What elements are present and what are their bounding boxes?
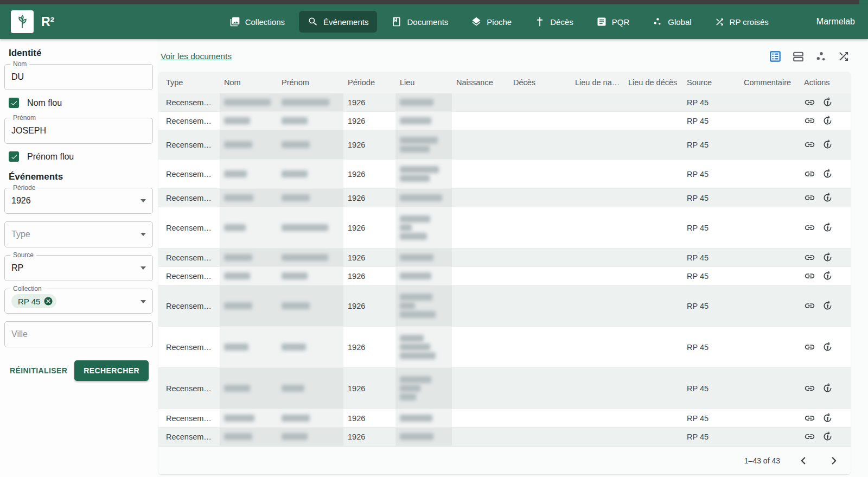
- nav-evenements[interactable]: Événements: [299, 11, 377, 33]
- nav-deces[interactable]: Décès: [526, 11, 582, 33]
- cell-nom: [220, 327, 277, 368]
- table-row[interactable]: Recensem… 1926 RP 45: [158, 112, 851, 130]
- type-select[interactable]: Type: [4, 221, 153, 247]
- link-icon[interactable]: [804, 139, 815, 150]
- ville-input[interactable]: [11, 329, 146, 339]
- rotate-person-icon[interactable]: [822, 252, 833, 263]
- chevron-right-icon[interactable]: [826, 453, 842, 469]
- col-lieu[interactable]: Lieu: [395, 72, 452, 93]
- nav-documents[interactable]: Documents: [382, 11, 457, 33]
- table-row[interactable]: Recensem… 1926 RP 45: [158, 267, 851, 285]
- col-commentaire[interactable]: Commentaire: [739, 72, 800, 93]
- nav-pioche[interactable]: Pioche: [462, 11, 520, 33]
- redacted-lieu-blob: [400, 335, 424, 342]
- col-nom[interactable]: Nom: [220, 72, 277, 93]
- table-row[interactable]: Recensem… 1926 RP 45: [158, 93, 851, 112]
- list-view-icon[interactable]: [768, 49, 782, 63]
- link-icon[interactable]: [804, 222, 815, 233]
- redacted-lieu-blob: [400, 137, 438, 144]
- table-row[interactable]: Recensem… 1926 RP 45: [158, 130, 851, 160]
- table-row[interactable]: Recensem… 1926 RP 45: [158, 160, 851, 189]
- rotate-person-icon[interactable]: [822, 115, 833, 126]
- link-icon[interactable]: [804, 97, 815, 108]
- redacted-nom-blob: [224, 254, 252, 261]
- shuffle-view-icon[interactable]: [837, 49, 851, 63]
- nav-rp-croises[interactable]: RP croisés: [706, 11, 777, 33]
- link-icon[interactable]: [804, 431, 815, 442]
- rotate-person-icon[interactable]: [822, 270, 833, 282]
- collection-select[interactable]: Collection RP 45: [4, 289, 153, 314]
- link-icon[interactable]: [804, 115, 815, 126]
- link-icon[interactable]: [804, 383, 815, 394]
- col-type[interactable]: Type: [158, 72, 220, 93]
- cell-lieu: [395, 130, 452, 160]
- col-lieu-naissance[interactable]: Lieu de nais…: [571, 72, 624, 93]
- nav-collections[interactable]: Collections: [221, 11, 293, 33]
- rotate-person-icon[interactable]: [822, 412, 833, 424]
- prenom-field[interactable]: Prénom JOSEPH: [4, 118, 153, 144]
- table-row[interactable]: Recensem… 1926 RP 45: [158, 207, 851, 249]
- view-documents-link[interactable]: Voir les documents: [161, 52, 232, 61]
- rotate-person-icon[interactable]: [822, 97, 833, 108]
- table-row[interactable]: Recensem… 1926 RP 45: [158, 409, 851, 428]
- nav-global[interactable]: Global: [643, 11, 700, 33]
- cell-naissance: [452, 327, 509, 368]
- cell-source: RP 45: [682, 112, 739, 130]
- link-icon[interactable]: [804, 412, 815, 424]
- nav-pqr[interactable]: PQR: [588, 11, 639, 33]
- cancel-circle-icon[interactable]: [43, 296, 53, 306]
- table-row[interactable]: Recensem… 1926 RP 45: [158, 428, 851, 446]
- split-view-icon[interactable]: [791, 49, 805, 63]
- table-row[interactable]: Recensem… 1926 RP 45: [158, 285, 851, 327]
- cell-lieu: [395, 160, 452, 189]
- link-icon[interactable]: [804, 300, 815, 311]
- nom-flou-checkbox[interactable]: [9, 98, 19, 108]
- search-button[interactable]: RECHERCHER: [74, 360, 149, 381]
- source-select[interactable]: Source RP: [4, 255, 153, 281]
- link-icon[interactable]: [804, 252, 815, 263]
- rotate-person-icon[interactable]: [822, 341, 833, 353]
- rotate-person-icon[interactable]: [822, 222, 833, 233]
- col-naissance[interactable]: Naissance: [452, 72, 509, 93]
- cell-source: RP 45: [682, 189, 739, 207]
- cell-type: Recensem…: [166, 170, 216, 179]
- prenom-flou-row: Prénom flou: [9, 151, 153, 162]
- rotate-person-icon[interactable]: [822, 139, 833, 150]
- rotate-person-icon[interactable]: [822, 383, 833, 394]
- prenom-flou-checkbox[interactable]: [9, 151, 19, 162]
- table-row[interactable]: Recensem… 1926 RP 45: [158, 249, 851, 267]
- col-periode[interactable]: Période: [343, 72, 395, 93]
- nom-field[interactable]: Nom DU: [4, 64, 153, 90]
- col-deces[interactable]: Décès: [509, 72, 571, 93]
- graph-view-icon[interactable]: [814, 49, 828, 63]
- rotate-person-icon[interactable]: [822, 431, 833, 442]
- reset-button[interactable]: RÉINITIALISER: [9, 362, 68, 379]
- collection-select-label: Collection: [10, 285, 44, 292]
- col-source[interactable]: Source: [682, 72, 739, 93]
- cell-nom: [220, 160, 277, 189]
- col-prenom[interactable]: Prénom: [277, 72, 343, 93]
- cell-lieu-deces: [624, 368, 682, 409]
- chevron-down-icon: [141, 233, 146, 236]
- user-name[interactable]: Marmelab: [816, 17, 855, 27]
- table-row[interactable]: Recensem… 1926 RP 45: [158, 189, 851, 207]
- redacted-prenom-blob: [282, 224, 328, 231]
- col-lieu-deces[interactable]: Lieu de décès: [624, 72, 682, 93]
- link-icon[interactable]: [804, 168, 815, 180]
- table-row[interactable]: Recensem… 1926 RP 45: [158, 368, 851, 409]
- link-icon[interactable]: [804, 270, 815, 282]
- collection-chip[interactable]: RP 45: [11, 294, 56, 308]
- rotate-person-icon[interactable]: [822, 300, 833, 311]
- rotate-person-icon[interactable]: [822, 168, 833, 180]
- ville-field[interactable]: [4, 321, 153, 347]
- periode-select[interactable]: Période 1926: [4, 188, 153, 214]
- redacted-prenom-blob: [282, 302, 310, 309]
- redacted-nom-blob: [224, 302, 252, 309]
- link-icon[interactable]: [804, 341, 815, 353]
- cell-lieu-naissance: [571, 249, 624, 267]
- link-icon[interactable]: [804, 192, 815, 203]
- app-logo[interactable]: [11, 10, 34, 33]
- table-row[interactable]: Recensem… 1926 RP 45: [158, 327, 851, 368]
- rotate-person-icon[interactable]: [822, 192, 833, 203]
- chevron-left-icon[interactable]: [795, 453, 812, 469]
